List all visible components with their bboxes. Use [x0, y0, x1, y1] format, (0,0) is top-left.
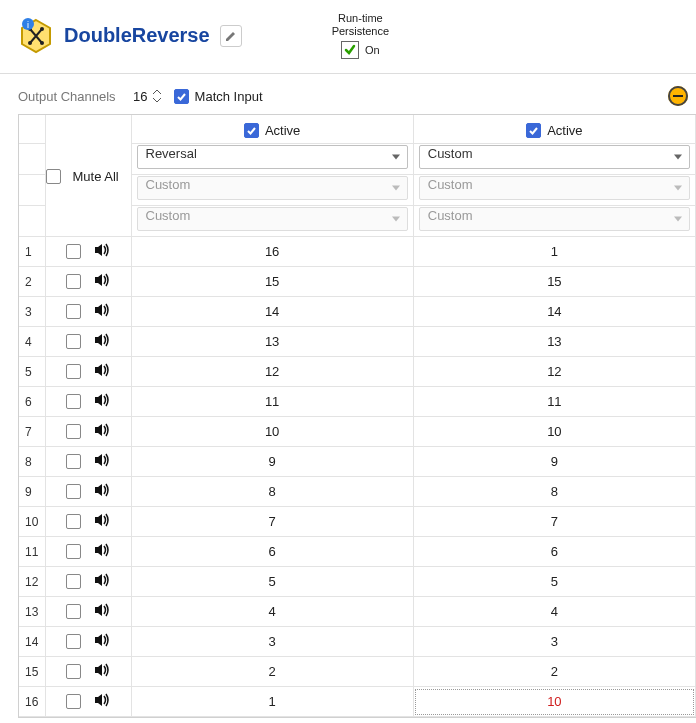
- speaker-icon: [93, 511, 111, 529]
- output-channels-value[interactable]: 16: [126, 89, 148, 104]
- row-speaker-button[interactable]: [93, 391, 111, 412]
- table-row: 1522: [19, 657, 696, 687]
- row-mute-checkbox[interactable]: [66, 574, 81, 589]
- speaker-icon: [93, 661, 111, 679]
- col2-value[interactable]: 7: [413, 507, 695, 537]
- col2-value[interactable]: 12: [413, 357, 695, 387]
- row-number: 3: [19, 297, 45, 327]
- row-speaker-button[interactable]: [93, 661, 111, 682]
- row-mute-checkbox[interactable]: [66, 304, 81, 319]
- col1-select-2[interactable]: Custom: [137, 176, 408, 200]
- speaker-icon: [93, 361, 111, 379]
- row-speaker-button[interactable]: [93, 541, 111, 562]
- col2-value[interactable]: 10: [413, 417, 695, 447]
- row-speaker-button[interactable]: [93, 601, 111, 622]
- row-mute-checkbox[interactable]: [66, 334, 81, 349]
- col1-value[interactable]: 8: [131, 477, 413, 507]
- col1-value[interactable]: 4: [131, 597, 413, 627]
- row-mute-checkbox[interactable]: [66, 484, 81, 499]
- col2-value[interactable]: 1: [413, 237, 695, 267]
- col2-value[interactable]: 8: [413, 477, 695, 507]
- row-mute-checkbox[interactable]: [66, 514, 81, 529]
- row-mute-checkbox[interactable]: [66, 274, 81, 289]
- persistence-checkbox[interactable]: [341, 41, 359, 59]
- row-mute-checkbox[interactable]: [66, 424, 81, 439]
- row-speaker-button[interactable]: [93, 451, 111, 472]
- row-number: 11: [19, 537, 45, 567]
- row-mute-checkbox[interactable]: [66, 394, 81, 409]
- row-speaker-button[interactable]: [93, 631, 111, 652]
- col2-value[interactable]: 11: [413, 387, 695, 417]
- col1-active-checkbox[interactable]: [244, 123, 259, 138]
- col2-value[interactable]: 3: [413, 627, 695, 657]
- col1-value[interactable]: 11: [131, 387, 413, 417]
- col1-value[interactable]: 7: [131, 507, 413, 537]
- row-mute-checkbox[interactable]: [66, 454, 81, 469]
- col1-value[interactable]: 16: [131, 237, 413, 267]
- col1-value[interactable]: 10: [131, 417, 413, 447]
- match-input-checkbox[interactable]: [174, 89, 189, 104]
- table-row: 16110: [19, 687, 696, 717]
- table-row: 71010: [19, 417, 696, 447]
- row-mute-checkbox[interactable]: [66, 604, 81, 619]
- col1-value[interactable]: 2: [131, 657, 413, 687]
- row-speaker-button[interactable]: [93, 301, 111, 322]
- row-speaker-button[interactable]: [93, 511, 111, 532]
- col2-value[interactable]: 15: [413, 267, 695, 297]
- check-icon: [528, 125, 539, 136]
- col1-value[interactable]: 12: [131, 357, 413, 387]
- row-speaker-button[interactable]: [93, 361, 111, 382]
- row-speaker-button[interactable]: [93, 481, 111, 502]
- col2-select-3[interactable]: Custom: [419, 207, 690, 231]
- table-row: 988: [19, 477, 696, 507]
- col1-value[interactable]: 13: [131, 327, 413, 357]
- row-number: 9: [19, 477, 45, 507]
- table-row: 21515: [19, 267, 696, 297]
- col2-select-2[interactable]: Custom: [419, 176, 690, 200]
- col2-active-cell: Active: [413, 115, 695, 144]
- col2-value[interactable]: 6: [413, 537, 695, 567]
- output-channels-stepper[interactable]: [152, 88, 162, 104]
- status-indicator-button[interactable]: [668, 86, 688, 106]
- row-number: 1: [19, 237, 45, 267]
- col1-value[interactable]: 1: [131, 687, 413, 717]
- col2-value[interactable]: 5: [413, 567, 695, 597]
- col1-value[interactable]: 6: [131, 537, 413, 567]
- row-number: 12: [19, 567, 45, 597]
- speaker-icon: [93, 571, 111, 589]
- col1-value[interactable]: 9: [131, 447, 413, 477]
- edit-title-button[interactable]: [220, 25, 242, 47]
- row-mute-checkbox[interactable]: [66, 634, 81, 649]
- col1-select-3[interactable]: Custom: [137, 207, 408, 231]
- row-mute-checkbox[interactable]: [66, 544, 81, 559]
- speaker-icon: [93, 241, 111, 259]
- col1-value[interactable]: 5: [131, 567, 413, 597]
- row-mute-checkbox[interactable]: [66, 664, 81, 679]
- minus-icon: [673, 95, 683, 97]
- mute-all-checkbox[interactable]: [46, 169, 61, 184]
- col2-value[interactable]: 2: [413, 657, 695, 687]
- col1-value[interactable]: 14: [131, 297, 413, 327]
- col1-select-1[interactable]: Reversal: [137, 145, 408, 169]
- app-icon: i: [18, 18, 54, 54]
- col2-value[interactable]: 4: [413, 597, 695, 627]
- col2-value[interactable]: 10: [413, 687, 695, 717]
- row-mute-checkbox[interactable]: [66, 244, 81, 259]
- row-speaker-button[interactable]: [93, 691, 111, 712]
- row-speaker-button[interactable]: [93, 571, 111, 592]
- col1-value[interactable]: 15: [131, 267, 413, 297]
- row-mute-checkbox[interactable]: [66, 364, 81, 379]
- col1-value[interactable]: 3: [131, 627, 413, 657]
- row-number: 6: [19, 387, 45, 417]
- row-mute-checkbox[interactable]: [66, 694, 81, 709]
- col2-value[interactable]: 13: [413, 327, 695, 357]
- col2-select-1[interactable]: Custom: [419, 145, 690, 169]
- col2-active-checkbox[interactable]: [526, 123, 541, 138]
- col1-active-cell: Active: [131, 115, 413, 144]
- row-speaker-button[interactable]: [93, 241, 111, 262]
- row-speaker-button[interactable]: [93, 271, 111, 292]
- col2-value[interactable]: 9: [413, 447, 695, 477]
- col2-value[interactable]: 14: [413, 297, 695, 327]
- row-speaker-button[interactable]: [93, 421, 111, 442]
- row-speaker-button[interactable]: [93, 331, 111, 352]
